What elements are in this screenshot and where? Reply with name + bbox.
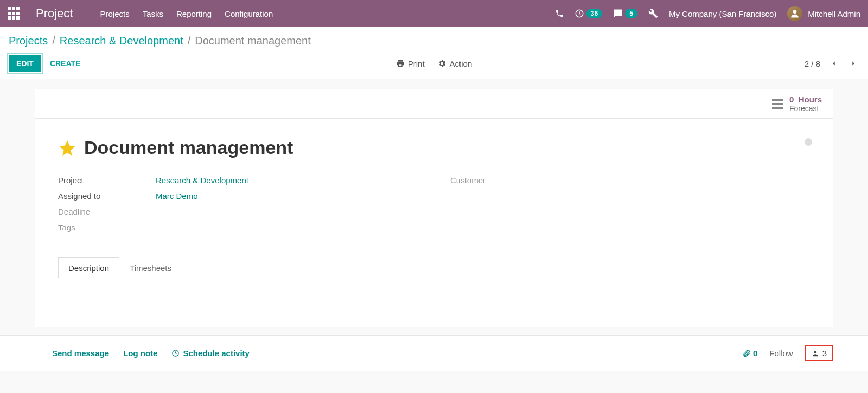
- breadcrumb: Projects / Research & Development / Docu…: [9, 35, 859, 47]
- breadcrumb-root[interactable]: Projects: [9, 35, 48, 47]
- log-note-button[interactable]: Log note: [123, 349, 157, 358]
- followers-button[interactable]: 3: [805, 345, 833, 361]
- activities-badge: 36: [586, 9, 602, 18]
- company-switcher[interactable]: My Company (San Francisco): [669, 9, 776, 18]
- breadcrumb-current: Document management: [195, 35, 310, 47]
- create-button[interactable]: CREATE: [50, 59, 81, 68]
- nav-tasks[interactable]: Tasks: [143, 9, 163, 18]
- app-brand[interactable]: Project: [36, 7, 73, 21]
- nav-items: Projects Tasks Reporting Configuration: [100, 9, 273, 18]
- user-icon: [812, 350, 819, 357]
- messages-icon[interactable]: 5: [613, 9, 637, 18]
- messages-badge: 5: [625, 9, 637, 18]
- print-icon: [396, 59, 405, 68]
- chevron-right-icon: [850, 60, 857, 67]
- project-value[interactable]: Research & Development: [156, 176, 248, 185]
- customer-label: Customer: [450, 176, 548, 185]
- print-button[interactable]: Print: [396, 59, 425, 68]
- avatar: [787, 6, 802, 21]
- nav-reporting[interactable]: Reporting: [176, 9, 212, 18]
- form-sheet: 0 Hours Forecast Document management Pro…: [35, 89, 833, 327]
- activities-icon[interactable]: 36: [575, 9, 602, 18]
- tabs: Description Timesheets: [58, 257, 810, 278]
- project-label: Project: [58, 176, 156, 185]
- tasks-icon: [772, 99, 783, 109]
- edit-button[interactable]: EDIT: [9, 55, 41, 72]
- pager-next[interactable]: [847, 57, 859, 69]
- assigned-label: Assigned to: [58, 191, 156, 201]
- pager-text: 2 / 8: [805, 59, 820, 68]
- tab-timesheets[interactable]: Timesheets: [119, 257, 182, 278]
- nav-configuration[interactable]: Configuration: [225, 9, 273, 18]
- schedule-activity-button[interactable]: Schedule activity: [171, 349, 250, 358]
- send-message-button[interactable]: Send message: [52, 349, 109, 358]
- topbar: Project Projects Tasks Reporting Configu…: [0, 0, 868, 27]
- chevron-left-icon: [830, 60, 838, 67]
- chatter: Send message Log note Schedule activity …: [0, 335, 868, 371]
- debug-icon[interactable]: [648, 9, 658, 18]
- gear-icon: [438, 59, 446, 68]
- clock-icon: [171, 349, 180, 357]
- user-name: Mitchell Admin: [808, 9, 860, 18]
- follow-button[interactable]: Follow: [769, 349, 793, 358]
- svg-point-3: [814, 351, 816, 353]
- forecast-stat-button[interactable]: 0 Hours Forecast: [761, 89, 833, 118]
- deadline-label: Deadline: [58, 207, 156, 216]
- nav-projects[interactable]: Projects: [100, 9, 129, 18]
- pager-prev[interactable]: [828, 57, 840, 69]
- action-button[interactable]: Action: [438, 59, 473, 68]
- record-title: Document management: [84, 137, 293, 158]
- user-menu[interactable]: Mitchell Admin: [787, 6, 860, 21]
- breadcrumb-project[interactable]: Research & Development: [60, 35, 183, 47]
- control-bar: Projects / Research & Development / Docu…: [0, 27, 868, 79]
- tags-label: Tags: [58, 223, 156, 232]
- kanban-state-dot[interactable]: [805, 138, 812, 146]
- assigned-value[interactable]: Marc Demo: [156, 191, 198, 201]
- attachments-button[interactable]: 0: [742, 349, 757, 358]
- priority-star-icon[interactable]: [58, 139, 76, 157]
- apps-menu-icon[interactable]: [8, 7, 21, 20]
- phone-icon[interactable]: [555, 9, 564, 18]
- tab-description[interactable]: Description: [58, 257, 119, 278]
- paperclip-icon: [742, 349, 751, 358]
- svg-point-1: [793, 10, 797, 14]
